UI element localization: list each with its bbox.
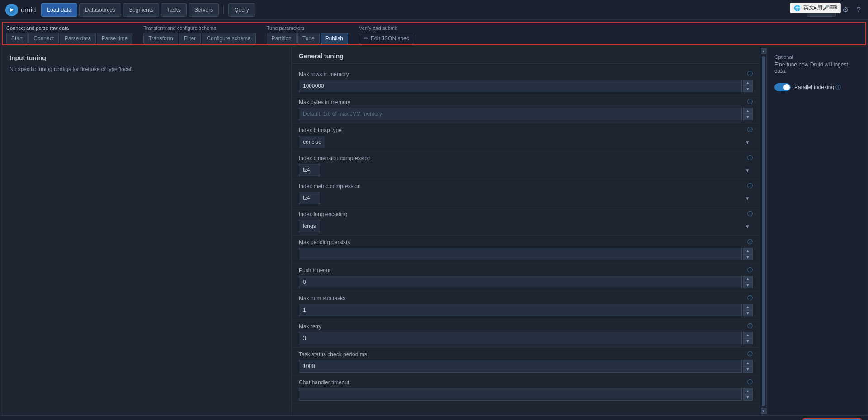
tuning-field: Index bitmap typeⓘconciseroaring [292,123,760,151]
sidebar-right: Optional Fine tune how Druid will ingest… [767,47,866,415]
ime-text: 英文▸扇🎤⌨ [803,4,837,12]
help-icon[interactable]: ? [855,4,863,16]
tuning-input-row: ▲▼ [299,332,753,344]
wizard-header: Connect and parse raw data Start Connect… [2,22,866,45]
wizard-steps: Connect and parse raw data Start Connect… [3,23,865,44]
info-icon[interactable]: ⓘ [747,182,753,190]
spinner-down-btn[interactable]: ▼ [743,86,753,92]
transform-btn[interactable]: Transform [143,33,178,44]
info-icon[interactable]: ⓘ [747,266,753,274]
logo-text: druid [21,6,36,14]
spinner-down-btn[interactable]: ▼ [743,282,753,288]
tuning-field: Push timeoutⓘ▲▼ [292,264,760,292]
info-icon[interactable]: ⓘ [747,126,753,134]
edit-json-label: Edit JSON spec [371,35,409,42]
spinner-up-btn[interactable]: ▲ [743,248,753,254]
spinner-buttons: ▲▼ [743,80,753,92]
start-btn[interactable]: Start [6,33,28,44]
spinner-up-btn[interactable]: ▲ [743,276,753,282]
tune-btn[interactable]: Tune [297,33,320,44]
connect-btn[interactable]: Connect [28,33,59,44]
spinner-buttons: ▲▼ [743,248,753,260]
spinner-up-btn[interactable]: ▲ [743,388,753,394]
query-btn[interactable]: Query [228,3,255,17]
spinner-buttons: ▲▼ [743,388,753,401]
info-icon[interactable]: ⓘ [747,238,753,246]
spinner-buttons: ▲▼ [743,332,753,344]
servers-btn[interactable]: Servers [189,3,219,17]
info-icon[interactable]: ⓘ [747,98,753,106]
scroll-thumb[interactable] [762,56,765,406]
tuning-field: Max retryⓘ▲▼ [292,320,760,348]
tuning-input-max-num-sub-tasks[interactable] [299,304,742,316]
configure-schema-btn[interactable]: Configure schema [202,33,255,44]
tuning-input-max-retry[interactable] [299,332,742,344]
parse-time-btn[interactable]: Parse time [97,33,132,44]
info-icon[interactable]: ⓘ [747,350,753,358]
tuning-input-push-timeout[interactable] [299,276,742,288]
datasources-btn[interactable]: Datasources [79,3,121,17]
edit-json-btn[interactable]: ✏ Edit JSON spec [359,33,414,44]
tuning-input-chat-handler-timeout[interactable] [299,388,742,401]
info-icon[interactable]: ⓘ [747,154,753,162]
tuning-input-max-bytes-in-memory[interactable] [299,108,742,120]
spinner-buttons: ▲▼ [743,360,753,373]
tuning-select-index-dimension-compression[interactable]: lz4lz4hcnone [299,164,320,176]
select-wrapper: longsauto [299,220,753,232]
tuning-select-index-bitmap-type[interactable]: conciseroaring [299,136,326,148]
info-icon[interactable]: ⓘ [747,378,753,386]
bottom-bar: CSDN @一飘一飘的攻 alanchan Next: Publish → [0,415,868,420]
step2-label: Transform and configure schema [143,25,216,31]
spinner-up-btn[interactable]: ▲ [743,360,753,366]
publish-btn[interactable]: Publish [321,33,348,44]
info-icon[interactable]: ⓘ [747,210,753,218]
topbar: druid Load data Datasources Segments Tas… [0,0,868,20]
spinner-down-btn[interactable]: ▼ [743,114,753,120]
ime-bar: 🌐 英文▸扇🎤⌨ [790,3,841,13]
parallel-indexing-info-icon[interactable]: ⓘ [835,84,841,90]
partition-btn[interactable]: Partition [267,33,297,44]
optional-desc: Fine tune how Druid will ingest data. [774,61,859,74]
spinner-down-btn[interactable]: ▼ [743,254,753,260]
spinner-down-btn[interactable]: ▼ [743,394,753,401]
parse-data-btn[interactable]: Parse data [60,33,96,44]
spinner-up-btn[interactable]: ▲ [743,332,753,338]
info-icon[interactable]: ⓘ [747,294,753,302]
scroll-down-btn[interactable]: ▼ [761,408,766,414]
tuning-input-row: longsauto [299,220,753,232]
tuning-input-row: ▲▼ [299,248,753,260]
right-panel: General tuning Max rows in memoryⓘ▲▼Max … [291,47,767,415]
spinner-up-btn[interactable]: ▲ [743,80,753,86]
tasks-btn[interactable]: Tasks [161,3,187,17]
wizard-step-group-3: Tune parameters Partition Tune Publish [267,25,348,44]
tuning-input-max-rows-in-memory[interactable] [299,80,742,92]
tuning-select-index-metric-compression[interactable]: lz4lz4hcnone [299,192,320,204]
load-data-btn[interactable]: Load data [41,3,77,17]
scroll-up-btn[interactable]: ▲ [761,48,766,54]
filter-btn[interactable]: Filter [179,33,201,44]
tuning-field-header: Max bytes in memoryⓘ [299,98,753,106]
spinner-up-btn[interactable]: ▲ [743,108,753,114]
parallel-indexing-row: Parallel indexing ⓘ [774,83,859,91]
step2-buttons: Transform Filter Configure schema [143,33,255,44]
spinner-down-btn[interactable]: ▼ [743,310,753,316]
settings-icon[interactable]: ⚙ [840,4,850,16]
topbar-right: 🌐 英文▸扇🎤⌨ Legacy ⚙ ? [807,3,863,17]
tuning-field-header: Index bitmap typeⓘ [299,126,753,134]
segments-btn[interactable]: Segments [123,3,159,17]
info-icon[interactable]: ⓘ [747,322,753,330]
next-publish-btn[interactable]: Next: Publish → [803,419,861,420]
tuning-field-label: Index metric compression [299,183,361,189]
spinner-down-btn[interactable]: ▼ [743,366,753,373]
spinner-up-btn[interactable]: ▲ [743,304,753,310]
scroll-track[interactable]: ▲ ▼ [760,47,766,415]
tuning-scroll[interactable]: Max rows in memoryⓘ▲▼Max bytes in memory… [292,64,760,415]
tuning-select-index-long-encoding[interactable]: longsauto [299,220,320,232]
tuning-input-task-status-check-period-ms[interactable] [299,360,742,373]
info-icon[interactable]: ⓘ [747,70,753,78]
main-content: Input tuning No specific tuning configs … [2,47,866,415]
spinner-down-btn[interactable]: ▼ [743,338,753,344]
tuning-input-max-pending-persists[interactable] [299,248,742,260]
tuning-field-label: Max rows in memory [299,71,349,77]
parallel-indexing-toggle[interactable] [774,83,791,91]
